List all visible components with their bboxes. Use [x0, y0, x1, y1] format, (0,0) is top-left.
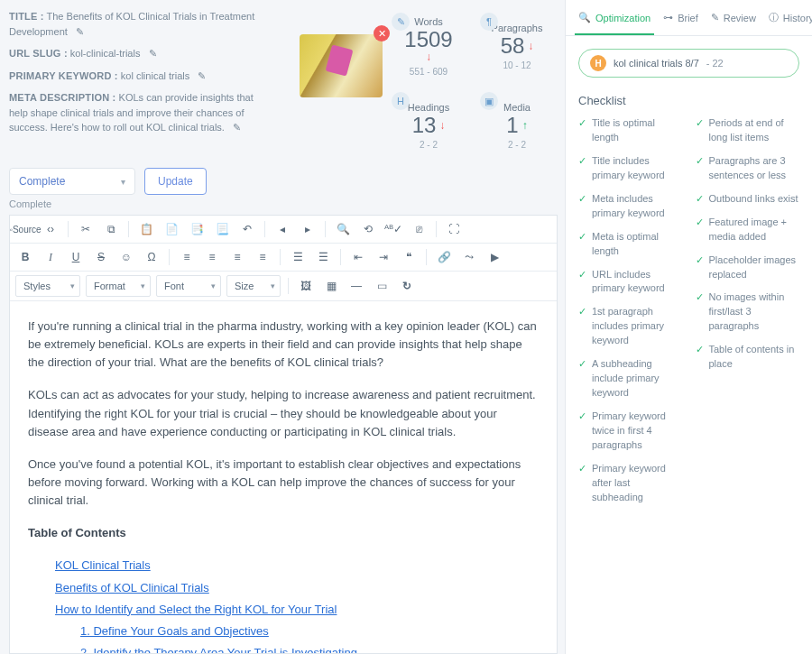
indent-button[interactable]: ⇥: [374, 247, 393, 267]
redo-button[interactable]: ◂: [272, 219, 292, 239]
toc-link[interactable]: Benefits of KOL Clinical Trials: [55, 581, 209, 594]
format-select[interactable]: Format: [86, 275, 151, 297]
toc-sub-link[interactable]: 1. Define Your Goals and Objectives: [80, 624, 269, 638]
cut-button[interactable]: ✂: [76, 219, 96, 239]
numbered-list-button[interactable]: ☰: [288, 247, 308, 267]
special-char-button[interactable]: Ω: [142, 247, 161, 267]
maximize-button[interactable]: ⛶: [444, 219, 464, 239]
heading-icon: H: [392, 92, 410, 110]
edit-meta-description-icon[interactable]: ✎: [233, 122, 241, 133]
editor-content[interactable]: If you're running a clinical trial in th…: [10, 301, 557, 653]
bold-button[interactable]: B: [15, 247, 35, 267]
meta-description-label: META DESCRIPTION :: [9, 92, 116, 103]
editor-toolbar-row-1: ◦ Source ‹› ✂ ⧉ 📋 📄 📑 📃 ↶ ◂ ▸ 🔍 ⟲ ᴬᴮ✓ ⎚ …: [10, 216, 557, 244]
font-select[interactable]: Font: [156, 275, 221, 297]
paste-word-button[interactable]: 📑: [187, 219, 207, 239]
check-icon: ✓: [696, 253, 704, 282]
check-icon: ✓: [696, 192, 704, 207]
check-icon: ✓: [696, 154, 704, 183]
remove-format-button[interactable]: ⎚: [409, 219, 429, 239]
check-icon: ✓: [578, 357, 586, 401]
status-select[interactable]: Complete ▾: [9, 168, 135, 195]
info-icon: ⓘ: [769, 11, 779, 24]
link-button[interactable]: 🔗: [434, 247, 454, 267]
tab-review[interactable]: ✎ Review: [707, 4, 760, 35]
replace-button[interactable]: ⟲: [358, 219, 378, 239]
primary-keyword-value: kol clinical trials: [121, 70, 189, 81]
keyword-pill[interactable]: H kol clinical trials 8/7 - 22: [578, 49, 799, 78]
slug-value: kol-clinical-trials: [70, 48, 141, 59]
edit-primary-keyword-icon[interactable]: ✎: [198, 70, 206, 81]
blockquote-button[interactable]: ❝: [399, 247, 419, 267]
title-value: The Benefits of KOL Clinical Trials in T…: [9, 11, 254, 37]
align-justify-button[interactable]: ≡: [253, 247, 272, 267]
check-icon: ✓: [578, 410, 586, 453]
check-icon: ✓: [578, 116, 586, 145]
paste-button[interactable]: 📋: [136, 219, 156, 239]
editor-toolbar-row-3: Styles Format Font Size 🖼 ▦ — ▭ ↻: [10, 272, 557, 301]
embed-button[interactable]: ▭: [372, 276, 392, 296]
edit-slug-icon[interactable]: ✎: [149, 48, 157, 59]
metric-paragraphs: ¶ Paragraphs 58↓ 10 - 12: [476, 9, 558, 81]
check-icon: ✓: [696, 343, 704, 372]
toc-link[interactable]: KOL Clinical Trials: [55, 558, 151, 572]
check-icon: ✓: [578, 462, 586, 505]
tab-brief[interactable]: ⊶ Brief: [660, 4, 702, 35]
toc-sub-link[interactable]: 2. Identify the Therapy Area Your Trial …: [80, 646, 357, 653]
editor: ◦ Source ‹› ✂ ⧉ 📋 📄 📑 📃 ↶ ◂ ▸ 🔍 ⟲ ᴬᴮ✓ ⎚ …: [9, 215, 558, 654]
metric-headings: H Headings 13↓ 2 - 2: [388, 88, 469, 161]
toc-link[interactable]: How to Identify and Select the Right KOL…: [55, 603, 337, 616]
tab-history[interactable]: ⓘ History: [765, 4, 812, 35]
bullet-list-button[interactable]: ☰: [313, 247, 333, 267]
emoji-button[interactable]: ☺: [116, 247, 136, 267]
source-button[interactable]: ◦ Source: [15, 219, 35, 239]
anchor-button[interactable]: ▶: [484, 247, 504, 267]
metric-words: ✎ Words 1509 ↓ 551 - 609: [388, 9, 469, 81]
spellcheck-button[interactable]: ᴬᴮ✓: [383, 219, 403, 239]
undo-button[interactable]: ↶: [237, 219, 257, 239]
keyword-text: kol clinical trials 8/7: [614, 58, 699, 69]
paragraph: Once you've found a potential KOL, it's …: [28, 456, 539, 510]
paragraph: KOLs can act as advocates for your study…: [28, 386, 539, 440]
slug-row: URL SLUG : kol-clinical-trials ✎: [9, 46, 294, 61]
search-button[interactable]: 🔍: [333, 219, 353, 239]
hr-button[interactable]: —: [346, 276, 366, 296]
align-left-button[interactable]: ≡: [177, 247, 197, 267]
slug-label: URL SLUG :: [9, 48, 68, 59]
italic-button[interactable]: I: [41, 247, 60, 267]
status-text: Complete: [9, 198, 558, 209]
metric-media: ▣ Media 1↑ 2 - 2: [476, 88, 558, 161]
title-row: TITLE : The Benefits of KOL Clinical Tri…: [9, 9, 294, 39]
media-icon: ▣: [480, 92, 498, 110]
checklist-title: Checklist: [578, 94, 799, 107]
paste-special-button[interactable]: 📃: [212, 219, 232, 239]
align-center-button[interactable]: ≡: [202, 247, 222, 267]
unlink-button[interactable]: ⤳: [459, 247, 479, 267]
refresh-button[interactable]: ↻: [397, 276, 417, 296]
check-icon: ✓: [696, 116, 704, 145]
align-right-button[interactable]: ≡: [227, 247, 247, 267]
size-select[interactable]: Size: [226, 275, 281, 297]
featured-image[interactable]: ✕: [300, 34, 383, 97]
search-icon: 🔍: [578, 12, 591, 23]
styles-select[interactable]: Styles: [15, 275, 80, 297]
image-button[interactable]: 🖼: [296, 276, 316, 296]
tab-optimization[interactable]: 🔍 Optimization: [575, 4, 654, 35]
arrow-up-icon: ↑: [522, 120, 528, 131]
strike-button[interactable]: S: [91, 247, 111, 267]
copy-button[interactable]: ⧉: [101, 219, 121, 239]
table-button[interactable]: ▦: [321, 276, 341, 296]
check-icon: ✓: [578, 305, 586, 348]
underline-button[interactable]: U: [66, 247, 86, 267]
paste-text-button[interactable]: 📄: [161, 219, 181, 239]
edit-title-icon[interactable]: ✎: [76, 26, 84, 37]
key-icon: ⊶: [663, 12, 673, 23]
update-button[interactable]: Update: [144, 168, 207, 195]
paragraph-icon: ¶: [480, 13, 498, 31]
check-icon: ✓: [578, 230, 586, 259]
chevron-down-icon: ▾: [121, 177, 125, 187]
check-icon: ✓: [696, 290, 704, 334]
outdent-button[interactable]: ⇤: [348, 247, 368, 267]
code-button[interactable]: ‹›: [41, 219, 60, 239]
find-button[interactable]: ▸: [298, 219, 318, 239]
